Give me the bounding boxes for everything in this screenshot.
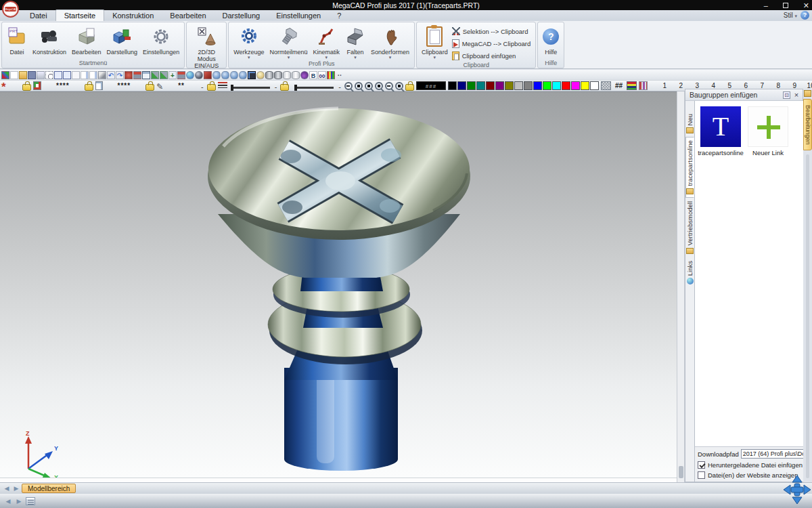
color-maroon[interactable] bbox=[486, 81, 495, 90]
color-link-icon[interactable] bbox=[1, 71, 9, 79]
export-file-icon[interactable] bbox=[63, 71, 71, 79]
zoom-minus-icon[interactable] bbox=[385, 82, 393, 90]
linetype-dropdown[interactable] bbox=[200, 80, 205, 92]
color-olive[interactable] bbox=[505, 81, 514, 90]
undo-icon[interactable] bbox=[107, 71, 115, 79]
print-icon[interactable] bbox=[37, 71, 45, 79]
linewidth-slider[interactable] bbox=[294, 87, 334, 89]
sheet-prev-icon[interactable] bbox=[81, 71, 89, 79]
color-white[interactable] bbox=[590, 81, 599, 90]
link-tile[interactable]: + Neuer Link bbox=[746, 106, 790, 156]
menu-tab[interactable]: ? bbox=[329, 10, 349, 21]
group-select-icon[interactable] bbox=[95, 81, 103, 90]
cylinder-dashed-icon[interactable] bbox=[292, 71, 300, 79]
hash-label[interactable]: ## bbox=[613, 82, 625, 89]
color-gray[interactable] bbox=[524, 81, 533, 90]
zoom-out-icon[interactable] bbox=[344, 82, 353, 90]
linetype-slider[interactable] bbox=[231, 87, 270, 89]
color-magenta[interactable] bbox=[571, 81, 580, 90]
color-green[interactable] bbox=[467, 81, 476, 90]
ribbon-hilfe-button[interactable]: ? Hilfe bbox=[540, 24, 562, 56]
selektion-clipboard-button[interactable]: Selektion --> Clipboard bbox=[452, 26, 531, 37]
pen-value[interactable]: ** bbox=[175, 81, 188, 90]
megacad-clipboard-button[interactable]: MegaCAD --> Clipboard bbox=[452, 38, 531, 49]
ribbon-normteil-button[interactable]: Normteilmenü▾ bbox=[267, 24, 311, 60]
spacer[interactable] bbox=[13, 85, 20, 86]
color-black[interactable] bbox=[448, 81, 457, 90]
quick-help-icon[interactable]: ? bbox=[800, 11, 809, 20]
import-file-icon[interactable] bbox=[54, 71, 62, 79]
spacer[interactable] bbox=[136, 85, 143, 86]
color-red[interactable] bbox=[562, 81, 570, 90]
material-bomb-icon[interactable] bbox=[300, 71, 309, 79]
color-navy[interactable] bbox=[457, 81, 466, 90]
model-canvas[interactable]: Z Y X bbox=[0, 91, 677, 482]
horizontal-scrollbar[interactable] bbox=[0, 478, 677, 482]
ribbon-konstruktion-button[interactable]: Konstruktion bbox=[30, 24, 69, 56]
measure-figure-icon[interactable] bbox=[133, 71, 141, 79]
layer-lock-icon[interactable] bbox=[22, 84, 31, 91]
checkbox-show-website-files[interactable] bbox=[698, 471, 705, 479]
view-side-icon[interactable] bbox=[239, 71, 247, 79]
view-iso-icon[interactable] bbox=[212, 71, 221, 79]
vertical-scrollbar[interactable] bbox=[677, 91, 685, 482]
menu-tab[interactable]: Einstellungen bbox=[268, 10, 329, 21]
zoom-prev-icon[interactable] bbox=[365, 82, 373, 90]
spacer[interactable] bbox=[165, 85, 173, 86]
checkbox-insert-downloaded[interactable] bbox=[698, 461, 705, 469]
save-icon[interactable] bbox=[28, 71, 36, 79]
sheet-next-icon[interactable] bbox=[89, 71, 97, 79]
zoom-pan-icon[interactable] bbox=[395, 82, 403, 90]
checkbox-row-1[interactable]: Heruntergeladene Datei einfügen bbox=[698, 461, 812, 469]
downloadpfad-input[interactable]: 2017 (64) Profi plus\Downloads\ bbox=[741, 449, 812, 459]
zoom-dropdown[interactable] bbox=[337, 80, 342, 92]
file-info-icon[interactable] bbox=[72, 71, 80, 79]
ribbon-kinematik-button[interactable]: Kinematik▾ bbox=[311, 24, 343, 60]
ribbon-bearbeiten-button[interactable]: Bearbeiten bbox=[69, 24, 104, 56]
layer-select-icon[interactable] bbox=[33, 81, 41, 90]
color-lime[interactable] bbox=[543, 81, 551, 90]
shaded-sphere-icon[interactable] bbox=[195, 71, 203, 79]
redo-icon[interactable] bbox=[116, 71, 124, 79]
toolbar-overflow-icon[interactable] bbox=[336, 71, 344, 79]
view-front-icon[interactable] bbox=[230, 71, 238, 79]
stamp-icon[interactable] bbox=[125, 71, 133, 79]
ribbon-sonderformen-button[interactable]: Sonderformen▾ bbox=[368, 24, 412, 60]
menu-tab[interactable]: Startseite bbox=[55, 9, 104, 21]
color-blue[interactable] bbox=[533, 81, 542, 90]
pan-navigation-widget[interactable] bbox=[782, 474, 812, 508]
open-folder-icon[interactable] bbox=[19, 71, 27, 79]
spacer[interactable] bbox=[75, 85, 83, 86]
stil-dropdown[interactable]: Stil ▾ bbox=[784, 12, 797, 19]
ribbon-clipboard-button[interactable]: Clipboard▾ bbox=[419, 24, 451, 60]
redraw-button[interactable] bbox=[1, 81, 11, 90]
panel-close-icon[interactable]: × bbox=[792, 91, 800, 99]
screen-icon[interactable] bbox=[248, 71, 256, 79]
bearbeitungen-tab[interactable]: Bearbeitungen bbox=[803, 99, 812, 150]
group-value[interactable]: **** bbox=[114, 81, 135, 90]
binoculars-icon[interactable] bbox=[318, 71, 326, 79]
maximize-button[interactable] bbox=[783, 3, 788, 8]
cylinder-wire-icon[interactable] bbox=[283, 71, 291, 79]
close-button[interactable]: ✕ bbox=[803, 1, 809, 10]
clipboard-einfuegen-button[interactable]: Clipboard einfügen bbox=[452, 50, 531, 61]
link-tile[interactable]: T tracepartsonline bbox=[699, 106, 742, 156]
print-preview-icon[interactable] bbox=[45, 71, 53, 79]
tab-prev-icon[interactable]: ◀ bbox=[3, 485, 11, 492]
cylinder-hidden-icon[interactable] bbox=[274, 71, 282, 79]
status-next-icon[interactable]: ▶ bbox=[15, 498, 23, 505]
layer-colors-icon[interactable] bbox=[327, 71, 335, 79]
layer-value[interactable]: **** bbox=[53, 81, 73, 90]
zoom-window-icon[interactable] bbox=[355, 82, 363, 90]
zoom-all-icon[interactable] bbox=[375, 82, 383, 90]
walk-figure-icon[interactable] bbox=[177, 71, 185, 79]
pin-icon[interactable]: ⊡ bbox=[783, 91, 790, 99]
color-silver[interactable] bbox=[514, 81, 523, 90]
minimize-button[interactable]: – bbox=[764, 1, 768, 10]
viewport-icon[interactable] bbox=[142, 71, 150, 79]
ribbon-werkzeuge-button[interactable]: Werkzeuge▾ bbox=[231, 24, 267, 60]
color-teal[interactable] bbox=[476, 81, 485, 90]
status-prev-icon[interactable]: ◀ bbox=[4, 498, 12, 505]
ribbon-falten-button[interactable]: Falten▾ bbox=[342, 24, 368, 60]
ribbon-einstellungen-button[interactable]: Einstellungen bbox=[140, 24, 182, 56]
